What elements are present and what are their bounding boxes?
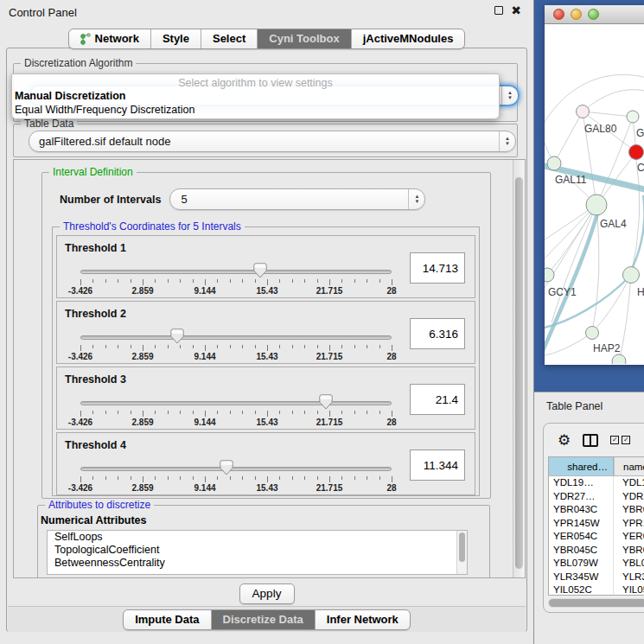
slider-ticks: [80, 344, 392, 351]
slider-thumb-icon[interactable]: [220, 460, 233, 475]
cell-name[interactable]: YBL079W: [614, 557, 644, 571]
slider-track[interactable]: [80, 335, 392, 340]
cell-name[interactable]: YPR145W: [614, 517, 644, 531]
column-header-name[interactable]: name: [614, 457, 644, 475]
close-icon[interactable]: ✖: [511, 6, 521, 15]
checkbox-icon[interactable]: ✓: [622, 436, 630, 444]
combo-stepper-icon[interactable]: ▲▼: [408, 189, 424, 209]
numerical-attributes-list[interactable]: SelfLoopsTopologicalCoefficientBetweenne…: [47, 530, 468, 575]
combo-stepper-icon[interactable]: ▲▼: [501, 86, 518, 105]
network-view-window[interactable]: GAL80GACGAL11GAL4GCY1HHAP2: [545, 5, 644, 365]
table-row[interactable]: YDL19… YDL19: [549, 476, 644, 490]
table-row[interactable]: YBL079W YBL079W: [549, 557, 644, 571]
tab-jactivemnodules[interactable]: jActiveMNodules: [352, 29, 465, 48]
slider-track[interactable]: [80, 467, 392, 471]
threshold-label: Threshold 1: [57, 236, 475, 254]
column-header-shared-name[interactable]: shared…: [549, 457, 614, 475]
slider-ticks: [80, 475, 392, 482]
network-node-c[interactable]: [629, 145, 644, 160]
attribute-list-item[interactable]: BetweennessCentrality: [48, 557, 467, 570]
cell-name[interactable]: YBR043C: [614, 503, 644, 517]
cell-name[interactable]: YLR345W: [614, 571, 644, 584]
network-node-h[interactable]: [623, 267, 640, 284]
minimize-traffic-light-icon[interactable]: [571, 9, 582, 20]
network-node-gal80[interactable]: [577, 105, 590, 118]
split-columns-icon[interactable]: [583, 434, 598, 447]
threshold-slider[interactable]: -3.4262.8599.14415.4321.71528: [80, 264, 392, 293]
threshold-value-field[interactable]: 14.713: [410, 252, 465, 284]
attribute-list-item[interactable]: TopologicalCoefficient: [48, 544, 467, 557]
tab-select[interactable]: Select: [201, 29, 258, 48]
list-scrollbar[interactable]: [456, 531, 467, 574]
tab-discretize-data[interactable]: Discretize Data: [212, 610, 316, 629]
network-canvas[interactable]: GAL80GACGAL11GAL4GCY1HHAP2: [545, 24, 644, 364]
table-row[interactable]: YDR27… YDR27: [549, 490, 644, 504]
tab-style[interactable]: Style: [151, 29, 201, 48]
threshold-panel: Threshold 3 -3.4262.8599.14415.4321.7152…: [56, 367, 475, 430]
apply-button[interactable]: Apply: [239, 583, 295, 604]
table-row[interactable]: YBR043C YBR043C: [549, 503, 644, 517]
network-node-ga[interactable]: [627, 111, 639, 123]
cell-shared-name[interactable]: YBR045C: [549, 544, 614, 558]
threshold-slider[interactable]: -3.4262.8599.14415.4321.71528: [80, 395, 392, 424]
table-row[interactable]: YPR145W YPR145W: [549, 517, 644, 531]
popup-item-manual[interactable]: Manual Discretization: [12, 89, 499, 103]
table-row[interactable]: YLR345W YLR345W: [549, 571, 644, 584]
threshold-value-field[interactable]: 11.344: [410, 450, 465, 481]
combo-stepper-icon[interactable]: ▲▼: [499, 131, 515, 151]
tab-label: Impute Data: [135, 613, 199, 626]
slider-thumb-icon[interactable]: [170, 328, 184, 344]
tab-network[interactable]: Network: [69, 29, 151, 48]
cell-shared-name[interactable]: YLR345W: [549, 571, 614, 584]
num-intervals-combobox[interactable]: 5 ▲▼: [169, 188, 425, 210]
gear-icon[interactable]: ⚙: [558, 433, 571, 448]
cell-shared-name[interactable]: YBL079W: [549, 557, 614, 571]
threshold-value-field[interactable]: 6.316: [410, 318, 465, 349]
slider-track[interactable]: [80, 270, 392, 274]
cell-shared-name[interactable]: YPR145W: [549, 517, 614, 531]
tab-infer-network[interactable]: Infer Network: [316, 610, 410, 629]
slider-thumb-icon[interactable]: [319, 394, 333, 410]
attribute-list-item[interactable]: SelfLoops: [48, 531, 467, 544]
table-row[interactable]: YIL052C YIL052C: [549, 583, 644, 595]
slider-track[interactable]: [80, 401, 392, 405]
tab-label: Style: [163, 32, 189, 45]
cell-shared-name[interactable]: YBR043C: [549, 503, 614, 517]
network-node-label: GAL4: [600, 218, 627, 230]
vertical-scrollbar[interactable]: [513, 160, 525, 577]
num-intervals-label: Number of Intervals: [60, 194, 161, 206]
network-node-label: GAL11: [555, 174, 587, 186]
cell-shared-name[interactable]: YER054C: [549, 530, 614, 544]
tab-impute-data[interactable]: Impute Data: [124, 610, 211, 629]
network-node-gcy1[interactable]: [545, 268, 554, 282]
network-node[interactable]: [612, 354, 626, 364]
network-node-gal4[interactable]: [586, 194, 607, 215]
close-traffic-light-icon[interactable]: [553, 9, 564, 20]
horizontal-scrollbar[interactable]: [548, 598, 644, 608]
network-node-hap2[interactable]: [586, 327, 599, 340]
checkbox-icon[interactable]: ✓: [610, 436, 619, 444]
cyni-toolbox-content: Discretization Algorithm ▲▼ Select algor…: [6, 48, 527, 632]
cell-shared-name[interactable]: YIL052C: [549, 583, 614, 595]
table-row[interactable]: YBR045C YBR045C: [549, 544, 644, 558]
cell-name[interactable]: YER054C: [614, 530, 644, 544]
cell-name[interactable]: YIL052C: [614, 583, 644, 595]
popup-item-equal-width[interactable]: Equal Width/Frequency Discretization: [12, 103, 499, 117]
cell-name[interactable]: YDL19: [614, 476, 644, 490]
cell-name[interactable]: YDR27: [614, 490, 644, 504]
float-window-icon[interactable]: [494, 6, 503, 15]
slider-thumb-icon[interactable]: [253, 263, 267, 278]
zoom-traffic-light-icon[interactable]: [588, 9, 599, 20]
interval-definition-group: Interval Definition Number of Intervals …: [41, 172, 491, 499]
tab-cyni-toolbox[interactable]: Cyni Toolbox: [258, 29, 351, 48]
network-node-gal11[interactable]: [547, 156, 561, 170]
cell-shared-name[interactable]: YDR27…: [549, 490, 614, 504]
threshold-slider[interactable]: -3.4262.8599.14415.4321.71528: [80, 461, 392, 490]
table-row[interactable]: YER054C YER054C: [549, 530, 644, 544]
cell-name[interactable]: YBR045C: [614, 544, 644, 558]
table-data-combobox[interactable]: galFiltered.sif default node ▲▼: [29, 131, 516, 152]
threshold-slider[interactable]: -3.4262.8599.14415.4321.71528: [80, 329, 392, 359]
network-window-titlebar[interactable]: [545, 5, 644, 24]
threshold-value-field[interactable]: 21.4: [410, 384, 465, 415]
cell-shared-name[interactable]: YDL19…: [549, 476, 614, 490]
